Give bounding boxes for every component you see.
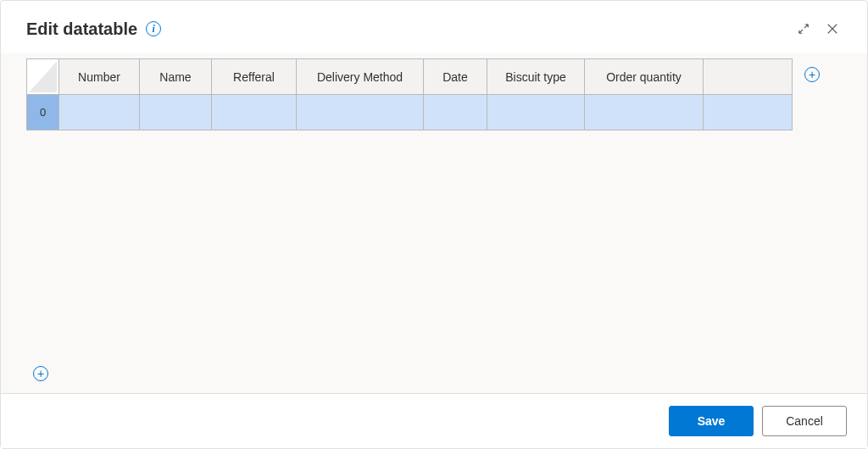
cancel-button[interactable]: Cancel <box>762 406 847 436</box>
cell-empty[interactable] <box>704 95 793 130</box>
edit-datatable-dialog: Edit datatable i Number Name <box>0 0 868 449</box>
dialog-body: Number Name Refferal Delivery Method Dat… <box>1 53 867 393</box>
save-button[interactable]: Save <box>669 406 754 436</box>
expand-icon[interactable] <box>789 14 818 43</box>
column-header-date[interactable]: Date <box>424 59 487 95</box>
datatable[interactable]: Number Name Refferal Delivery Method Dat… <box>26 58 793 130</box>
column-header-delivery-method[interactable]: Delivery Method <box>297 59 424 95</box>
cell-number[interactable] <box>59 95 140 130</box>
table-row[interactable]: 0 <box>27 95 793 130</box>
column-header-order-quantity[interactable]: Order quantity <box>585 59 704 95</box>
cell-name[interactable] <box>140 95 212 130</box>
column-header-number[interactable]: Number <box>59 59 140 95</box>
row-index[interactable]: 0 <box>27 95 59 130</box>
dialog-title: Edit datatable <box>26 19 137 39</box>
cell-biscuit-type[interactable] <box>487 95 585 130</box>
select-all-corner[interactable] <box>27 59 59 95</box>
dialog-footer: Save Cancel <box>1 393 867 448</box>
cell-delivery-method[interactable] <box>297 95 424 130</box>
info-icon[interactable]: i <box>146 21 161 36</box>
cell-refferal[interactable] <box>212 95 297 130</box>
column-header-name[interactable]: Name <box>140 59 212 95</box>
cell-order-quantity[interactable] <box>585 95 704 130</box>
add-row-button[interactable]: + <box>33 366 48 381</box>
column-header-biscuit-type[interactable]: Biscuit type <box>487 59 585 95</box>
column-header-empty[interactable] <box>704 59 793 95</box>
plus-circle-icon: + <box>804 67 820 82</box>
dialog-header: Edit datatable i <box>1 1 867 53</box>
column-header-refferal[interactable]: Refferal <box>212 59 297 95</box>
cell-date[interactable] <box>424 95 487 130</box>
plus-circle-icon: + <box>33 366 48 381</box>
close-icon[interactable] <box>818 14 847 43</box>
add-column-button[interactable]: + <box>804 67 820 82</box>
